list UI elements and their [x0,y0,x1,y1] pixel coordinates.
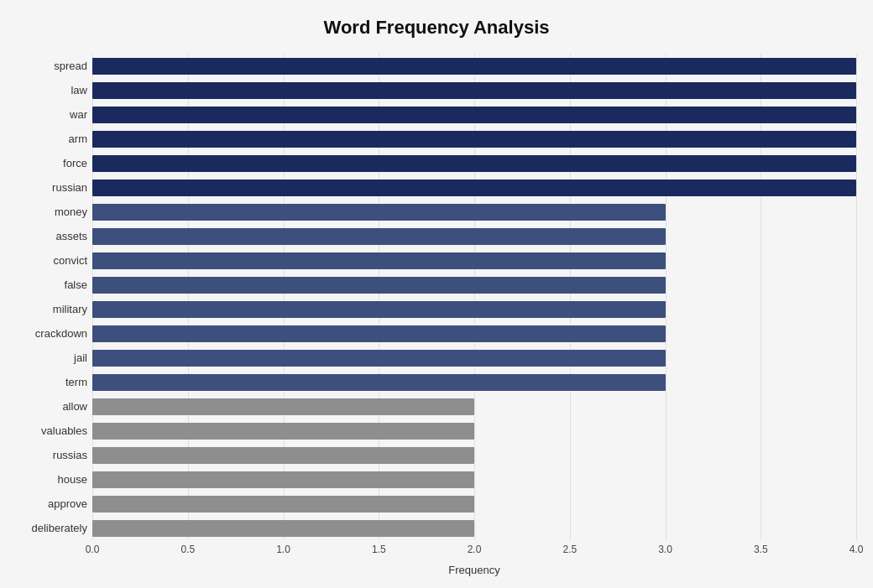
bar-row [92,347,856,369]
bar [92,301,666,318]
y-label: military [53,299,87,320]
y-label: russias [53,445,87,466]
bar-row [92,201,856,223]
x-tick: 2.5 [562,544,577,555]
bar-row [92,128,856,150]
x-axis: 0.00.51.01.52.02.53.03.54.0 [92,544,856,560]
bar [92,520,474,537]
y-label: convict [54,250,87,272]
grid-line [284,54,285,540]
y-label: war [70,104,87,126]
grid-line [666,54,667,540]
y-label: assets [55,226,87,247]
bar-row [92,274,856,296]
bar [92,325,666,342]
grid-line [92,54,93,540]
grid-lines [92,54,856,540]
bar-row [92,250,856,272]
y-label: money [55,201,87,223]
y-label: approve [48,493,87,515]
bar [92,374,666,391]
bar [92,423,474,440]
bar [92,131,856,148]
x-tick: 2.0 [468,544,482,555]
y-label: valuables [41,420,87,442]
x-axis-label: Frequency [92,564,856,576]
bar-row [92,469,856,491]
bar-row [92,104,856,126]
bar-row [92,372,856,393]
y-label: jail [74,347,87,369]
bar [92,58,856,75]
chart-area: spreadlawwararmforcerussianmoneyassetsco… [17,54,856,540]
grid-line [379,54,379,540]
x-tick: 1.5 [372,544,386,555]
x-tick: 4.0 [849,544,864,555]
x-tick: 0.5 [180,544,195,555]
y-label: false [65,274,87,296]
bar [92,82,856,99]
grid-line [856,54,857,540]
bar-row [92,55,856,77]
chart-title: Word Frequency Analysis [17,17,856,39]
bar [92,155,856,172]
bar-row [92,518,856,539]
y-label: force [63,153,87,174]
bar-row [92,420,856,442]
bar-row [92,396,856,418]
bar-row [92,226,856,247]
bar-row [92,299,856,320]
x-tick: 1.0 [276,544,290,555]
bar-row [92,323,856,345]
x-tick: 3.0 [658,544,672,555]
bar [92,204,666,221]
y-axis: spreadlawwararmforcerussianmoneyassetsco… [17,54,92,540]
bar [92,496,474,513]
chart-container: Word Frequency Analysis spreadlawwararmf… [0,0,873,588]
bar-row [92,177,856,199]
y-label: house [58,469,87,491]
bar [92,277,666,294]
bar [92,350,666,367]
grid-line [570,54,571,540]
bar [92,447,474,464]
y-label: crackdown [35,323,87,345]
y-label: law [71,80,87,101]
x-tick: 3.5 [754,544,768,555]
y-label: spread [54,55,87,77]
y-label: deliberately [32,518,88,539]
bar-row [92,80,856,101]
y-label: arm [69,128,87,150]
bar [92,398,474,415]
bar-row [92,445,856,466]
bar [92,107,856,123]
grid-line [188,54,189,540]
grid-line [474,54,475,540]
bar [92,471,474,488]
bars-and-grid [92,54,856,540]
y-label: term [65,372,87,393]
grid-line [761,54,761,540]
y-label: allow [62,396,87,418]
y-label: russian [52,177,87,199]
x-tick: 0.0 [86,544,100,555]
bar [92,228,666,245]
bar [92,180,856,196]
bar-row [92,493,856,515]
bar [92,252,666,269]
bar-row [92,153,856,174]
